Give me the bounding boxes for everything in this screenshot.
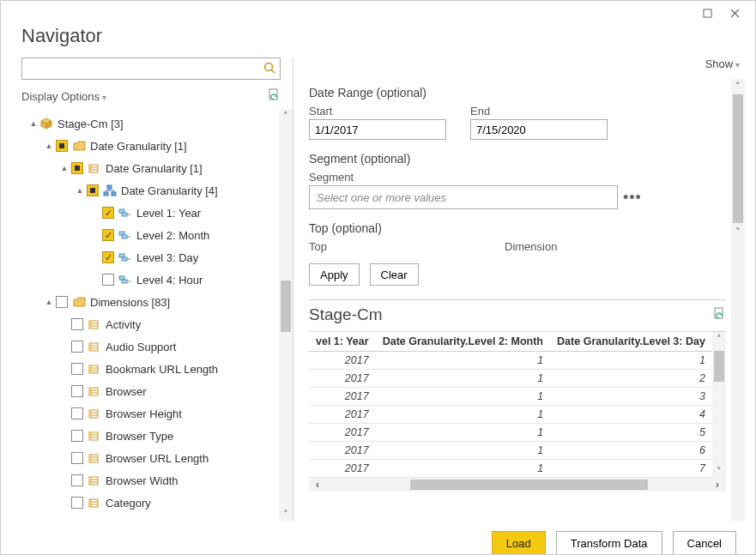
checkbox-empty-icon[interactable]	[71, 430, 83, 442]
load-button[interactable]: Load	[492, 531, 546, 555]
tree-node-label: Date Granularity [1]	[106, 162, 203, 175]
checkbox-empty-icon[interactable]	[71, 363, 83, 375]
column-header[interactable]: Date Granularity.Level 2: Month	[376, 332, 550, 352]
tree-node[interactable]: ▲Date Granularity [1]	[21, 157, 277, 179]
right-scroll-down[interactable]: ˅	[731, 225, 745, 238]
tree-node[interactable]: ✓Level 3: Day	[21, 246, 277, 268]
navigator-tree[interactable]: ▲Stage-Cm [3]▲Date Granularity [1]▲Date …	[21, 109, 277, 521]
table-cell: 2017	[309, 460, 376, 478]
svg-rect-18	[104, 192, 108, 196]
checkbox-empty-icon[interactable]	[71, 452, 83, 464]
tree-node[interactable]: Browser Type	[21, 425, 277, 447]
tree-node[interactable]: ▲Stage-Cm [3]	[21, 112, 277, 135]
checkbox-checked-icon[interactable]: ✓	[102, 229, 114, 241]
clear-button[interactable]: Clear	[370, 263, 419, 286]
left-pane: Display Options ▲Stage-Cm [3]▲Date Granu…	[1, 57, 293, 521]
tree-node[interactable]: Activity	[21, 313, 277, 335]
hscroll-right-arrow[interactable]: ›	[709, 479, 726, 491]
table-row[interactable]: 201716	[309, 442, 712, 460]
tree-node-label: Browser	[106, 385, 147, 398]
table-cell: 2	[550, 370, 712, 388]
right-pane-scrollbar[interactable]: ˄ ˅	[731, 79, 745, 521]
checkbox-partial-icon[interactable]	[87, 184, 99, 196]
checkbox-empty-icon[interactable]	[71, 341, 83, 353]
expand-toggle-icon[interactable]: ▲	[28, 119, 39, 128]
table-row[interactable]: 201712	[309, 370, 712, 388]
checkbox-empty-icon[interactable]	[71, 497, 83, 509]
checkbox-checked-icon[interactable]: ✓	[102, 251, 114, 263]
tree-node[interactable]: Category	[21, 492, 277, 514]
checkbox-empty-icon[interactable]	[71, 407, 83, 419]
refresh-preview-icon[interactable]	[713, 307, 726, 323]
table-cell: 2017	[309, 370, 376, 388]
transform-data-button[interactable]: Transform Data	[556, 531, 662, 555]
close-button[interactable]	[721, 4, 748, 21]
expand-toggle-icon[interactable]: ▲	[59, 164, 70, 172]
svg-rect-13	[89, 165, 92, 172]
right-scroll-thumb[interactable]	[733, 94, 743, 223]
tree-node-label: Date Granularity [4]	[121, 184, 218, 197]
tree-scroll-thumb[interactable]	[281, 281, 291, 332]
expand-toggle-icon[interactable]: ▲	[44, 142, 54, 150]
cancel-button[interactable]: Cancel	[673, 531, 736, 555]
maximize-button[interactable]	[693, 4, 721, 21]
checkbox-empty-icon[interactable]	[71, 474, 83, 486]
tree-node[interactable]: Level 4: Hour	[21, 268, 277, 291]
tree-node[interactable]: ▲Dimensions [83]	[21, 291, 277, 313]
tree-node[interactable]: Bookmark URL Length	[21, 358, 277, 380]
table-scroll-up[interactable]: ˄	[712, 332, 726, 346]
table-row[interactable]: 201715	[309, 424, 712, 442]
scroll-up-arrow[interactable]: ˄	[279, 109, 293, 123]
expand-toggle-icon[interactable]: ▲	[44, 298, 54, 306]
checkbox-empty-icon[interactable]	[71, 318, 83, 330]
search-icon[interactable]	[259, 62, 280, 76]
table-row[interactable]: 201711	[309, 352, 712, 370]
checkbox-empty-icon[interactable]	[102, 274, 114, 286]
table-hscrollbar[interactable]: ‹ ›	[309, 478, 726, 492]
preview-table[interactable]: vel 1: YearDate Granularity.Level 2: Mon…	[309, 332, 712, 478]
tree-node[interactable]: Browser URL Length	[21, 447, 277, 469]
column-header[interactable]: vel 1: Year	[309, 332, 376, 352]
tree-scrollbar[interactable]: ˄ ˅	[279, 109, 293, 521]
apply-button[interactable]: Apply	[309, 263, 360, 286]
checkbox-empty-icon[interactable]	[71, 385, 83, 397]
checkbox-empty-icon[interactable]	[56, 296, 68, 308]
checkbox-partial-icon[interactable]	[56, 140, 68, 152]
tree-node[interactable]: Browser Height	[21, 402, 277, 425]
refresh-tree-icon[interactable]	[268, 88, 281, 104]
table-row[interactable]: 201713	[309, 388, 712, 406]
right-scroll-up[interactable]: ˄	[731, 79, 745, 93]
end-date-input[interactable]	[470, 119, 608, 140]
table-row[interactable]: 201717	[309, 460, 712, 478]
tree-node[interactable]: Audio Support	[21, 335, 277, 358]
hscroll-thumb[interactable]	[410, 480, 648, 490]
tree-node[interactable]: ✓Level 1: Year	[21, 202, 277, 224]
expand-toggle-icon[interactable]: ▲	[75, 186, 85, 195]
table-vscrollbar[interactable]: ˄ ˅	[712, 332, 726, 478]
svg-rect-53	[89, 410, 92, 418]
column-header[interactable]: Date Granularity.Level 3: Day	[550, 332, 712, 352]
segment-select[interactable]: Select one or more values	[309, 185, 618, 209]
tree-node[interactable]: Browser	[21, 380, 277, 402]
segment-placeholder: Select one or more values	[317, 191, 446, 204]
search-box[interactable]	[21, 57, 281, 80]
svg-rect-65	[89, 477, 92, 485]
table-cell: 1	[376, 370, 550, 388]
checkbox-checked-icon[interactable]: ✓	[102, 207, 114, 219]
tree-node[interactable]: ▲Date Granularity [4]	[21, 179, 277, 202]
search-input[interactable]	[22, 63, 259, 75]
table-scroll-down[interactable]: ˅	[712, 464, 726, 478]
tree-node[interactable]: ▲Date Granularity [1]	[21, 135, 277, 157]
start-date-input[interactable]	[309, 119, 446, 140]
svg-rect-11	[75, 166, 80, 171]
table-scroll-thumb[interactable]	[714, 351, 724, 382]
tree-node[interactable]: Browser Width	[21, 469, 277, 492]
segment-more-icon[interactable]: •••	[623, 189, 642, 207]
table-row[interactable]: 201714	[309, 406, 712, 424]
hscroll-left-arrow[interactable]: ‹	[309, 479, 326, 491]
scroll-down-arrow[interactable]: ˅	[279, 507, 293, 521]
tree-node[interactable]: ✓Level 2: Month	[21, 224, 277, 246]
checkbox-partial-icon[interactable]	[71, 162, 83, 174]
display-options-dropdown[interactable]: Display Options	[21, 90, 106, 103]
show-dropdown[interactable]: Show	[705, 57, 740, 70]
